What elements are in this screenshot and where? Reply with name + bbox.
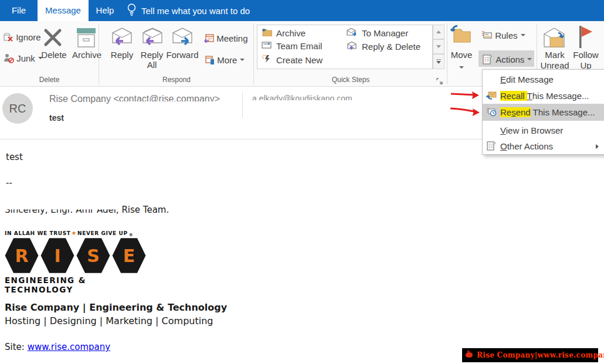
quick-steps-scroll-down[interactable] — [433, 39, 444, 54]
hex-letter: S — [76, 237, 110, 274]
site-link[interactable]: www.rise.company — [28, 342, 110, 352]
quick-step-reply-delete[interactable]: Reply & Delete — [346, 41, 420, 52]
sender-name: Rise Company — [49, 94, 113, 104]
outlook-window: File Message Help Tell me what you want … — [0, 0, 604, 364]
quick-step-team-email[interactable]: Team Email — [262, 41, 322, 51]
subject: test — [49, 113, 64, 123]
recipient-email: a.elkady@koudijskano.com — [252, 94, 352, 100]
delete-icon — [42, 40, 63, 50]
create-new-icon — [262, 55, 272, 65]
meeting-button[interactable]: Meeting — [204, 32, 248, 43]
more-button[interactable]: More — [205, 54, 245, 65]
ignore-label: Ignore — [16, 32, 41, 42]
actions-dropdown-menu: Edit Message Recall This Message... Rese… — [482, 69, 604, 155]
submenu-arrow-icon — [596, 144, 599, 149]
team-email-icon — [262, 41, 272, 51]
reply-delete-icon — [346, 41, 358, 52]
meeting-label: Meeting — [216, 33, 247, 43]
follow-up-label-1[interactable]: Follow — [570, 50, 602, 60]
delete-label[interactable]: Delete — [38, 50, 70, 60]
ignore-button[interactable]: Ignore — [4, 31, 41, 42]
follow-up-button[interactable] — [577, 25, 593, 52]
move-button[interactable] — [450, 25, 473, 46]
quick-steps-scrollbar — [433, 25, 444, 69]
hex-letter: I — [40, 237, 74, 274]
reply-icon — [110, 38, 134, 47]
archive-button[interactable] — [75, 27, 97, 50]
group-divider — [253, 23, 254, 84]
ignore-icon — [4, 31, 13, 41]
tell-me-box[interactable]: Tell me what you want to do — [127, 0, 250, 21]
registered-mark: ® — [129, 233, 134, 237]
menu-item-resend-this-message[interactable]: Resend This Message... — [483, 104, 604, 120]
sender-line: Rise Company <contact@rise.company> — [49, 94, 220, 104]
quick-step-label: Create New — [276, 55, 323, 65]
chevron-down-icon — [527, 58, 532, 60]
quick-step-to-manager[interactable]: To Manager — [346, 28, 408, 38]
rise-logo-subtitle: ENGINEERING & TECHNOLOGY — [5, 275, 150, 294]
delete-button[interactable] — [42, 27, 63, 50]
watermark-text: Rise Company|www.rise.company — [477, 351, 604, 359]
mark-unread-label-1[interactable]: Mark — [541, 50, 569, 60]
watermark-logo-icon — [464, 349, 474, 361]
quick-steps-more-button[interactable] — [433, 54, 444, 69]
tab-message[interactable]: Message — [38, 0, 89, 21]
junk-button[interactable]: Junk — [4, 52, 43, 63]
forward-label[interactable]: Forward — [166, 50, 199, 60]
tagline-left: IN ALLAH WE TRUST — [5, 230, 71, 236]
signature-separator: -- — [6, 178, 12, 188]
tab-help[interactable]: Help — [89, 0, 121, 21]
signature-site-line: Site: www.rise.company — [5, 342, 110, 352]
group-label-respond: Respond — [100, 76, 253, 84]
lightbulb-icon — [127, 3, 137, 19]
tagline-right: NEVER GIVE UP — [77, 230, 128, 236]
move-label[interactable]: Move — [448, 50, 475, 60]
avatar[interactable]: RC — [2, 93, 33, 124]
header-divider — [242, 92, 243, 118]
actions-button-content[interactable]: Actions — [482, 53, 532, 64]
group-divider — [447, 23, 447, 84]
mark-unread-button[interactable] — [542, 26, 568, 52]
group-label-delete: Delete — [0, 76, 99, 84]
more-label: More — [217, 55, 237, 65]
tell-me-label: Tell me what you want to do — [141, 6, 250, 16]
tab-file[interactable]: File — [0, 0, 38, 21]
group-divider — [99, 23, 99, 84]
group-label-quick-steps: Quick Steps — [255, 76, 447, 84]
signoff-visible-text: Rise Team. — [119, 205, 169, 215]
menu-item-other-actions[interactable]: Other Actions — [483, 138, 604, 154]
quick-step-create-new[interactable]: Create New — [262, 55, 323, 65]
quick-steps-dialog-launcher[interactable] — [436, 76, 443, 87]
menu-item-edit-message[interactable]: Edit Message — [483, 71, 604, 87]
junk-icon — [4, 52, 14, 62]
recall-message-icon — [483, 91, 500, 100]
rules-icon — [481, 29, 493, 39]
chevron-down-icon — [240, 59, 245, 61]
to-manager-icon — [346, 28, 358, 38]
reply-all-label-2[interactable]: All — [137, 60, 167, 70]
rules-button[interactable]: Rules — [481, 29, 525, 40]
menu-item-recall-this-message[interactable]: Recall This Message... — [483, 87, 604, 104]
chevron-down-icon — [521, 34, 525, 36]
forward-button[interactable] — [171, 27, 194, 48]
reply-button[interactable] — [110, 27, 134, 48]
archive-icon — [75, 40, 97, 50]
menu-item-view-in-browser[interactable]: View in Browser — [483, 123, 604, 138]
forward-icon — [171, 38, 194, 47]
chevron-down-icon — [459, 62, 464, 72]
reply-all-button[interactable] — [140, 27, 164, 48]
body-text: test — [6, 152, 23, 162]
quick-step-label: Archive — [276, 28, 306, 38]
sender-email: <contact@rise.company> — [113, 94, 220, 101]
quick-steps-scroll-up[interactable] — [433, 25, 444, 39]
rise-logo-tagline: IN ALLAH WE TRUST★NEVER GIVE UP® — [5, 230, 150, 236]
meeting-icon — [204, 32, 214, 42]
quick-step-archive[interactable]: Archive — [262, 28, 306, 38]
mail-body: test -- Sincerely, Engr. Amr Adel, Rise … — [0, 140, 604, 364]
reply-all-label-1[interactable]: Reply — [137, 50, 167, 60]
signoff-clipped-text: Sincerely, Engr. Amr Adel, — [5, 205, 119, 215]
ribbon-tab-bar: File Message Help Tell me what you want … — [0, 0, 604, 21]
rise-logo-letters: R I S E — [5, 237, 150, 274]
reply-label[interactable]: Reply — [107, 50, 137, 60]
rules-label: Rules — [495, 30, 517, 40]
